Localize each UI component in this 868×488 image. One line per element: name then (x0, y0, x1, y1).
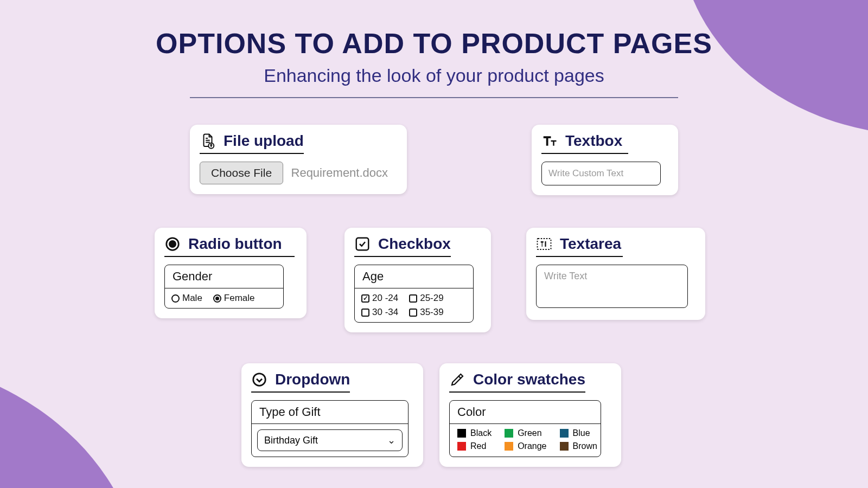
radio-label: Male (182, 293, 202, 304)
checkbox-indicator (409, 294, 417, 303)
dropdown-selected-label: Birthday Gift (264, 435, 318, 446)
radio-icon (164, 236, 181, 252)
checkbox-option[interactable]: 35-39 (409, 307, 443, 318)
checkbox-option[interactable]: 25-29 (409, 293, 443, 304)
swatch-label: Brown (573, 441, 597, 451)
textbox-card: Textbox (532, 125, 678, 195)
radio-indicator (213, 294, 221, 303)
text-type-icon (541, 133, 558, 149)
swatch-square (560, 429, 569, 438)
swatch-label: Black (470, 428, 492, 438)
card-head: Textarea (536, 235, 623, 257)
textarea-icon (536, 236, 552, 252)
radio-button-card: Radio button Gender MaleFemale (155, 228, 307, 318)
checkbox-indicator (361, 294, 369, 303)
color-swatch[interactable]: Brown (560, 441, 597, 451)
color-group-title: Color (450, 401, 601, 424)
card-title: Color swatches (473, 371, 585, 388)
svg-rect-3 (356, 238, 369, 251)
card-title: Textarea (560, 235, 621, 253)
radio-group-title: Gender (165, 265, 283, 288)
dropdown-chevron-icon (251, 371, 267, 388)
swatch-label: Green (518, 428, 541, 438)
page-title: OPTIONS TO ADD TO PRODUCT PAGES (0, 27, 868, 60)
color-swatch[interactable]: Blue (560, 428, 597, 438)
textarea-input[interactable] (536, 265, 688, 308)
swatch-square (560, 442, 569, 451)
radio-panel: Gender MaleFemale (164, 265, 284, 309)
checkbox-label: 30 -34 (372, 307, 398, 318)
card-head: File upload (200, 132, 304, 154)
checkbox-options: 20 -2425-2930 -3435-39 (355, 288, 473, 322)
chevron-down-icon: ⌄ (387, 434, 395, 446)
page: OPTIONS TO ADD TO PRODUCT PAGES Enhancin… (0, 0, 868, 488)
checkbox-label: 35-39 (420, 307, 443, 318)
card-title: Textbox (565, 132, 622, 150)
checkbox-indicator (361, 309, 369, 317)
card-title: File upload (224, 132, 304, 150)
card-head: Radio button (164, 235, 295, 257)
file-upload-icon (200, 133, 216, 149)
svg-point-2 (169, 241, 175, 247)
dropdown-card: Dropdown Type of Gift Birthday Gift ⌄ (241, 363, 423, 467)
page-subtitle: Enhancing the look of your product pages (0, 65, 868, 86)
checkbox-panel: Age 20 -2425-2930 -3435-39 (354, 265, 474, 323)
checkbox-indicator (409, 309, 417, 317)
swatch-label: Orange (518, 441, 546, 451)
card-head: Dropdown (251, 371, 350, 393)
checkbox-label: 20 -24 (372, 293, 398, 304)
color-swatch[interactable]: Black (457, 428, 492, 438)
checkbox-label: 25-29 (420, 293, 443, 304)
radio-options: MaleFemale (165, 288, 283, 308)
card-head: Textbox (541, 132, 628, 154)
dropdown-select[interactable]: Birthday Gift ⌄ (257, 429, 403, 451)
choose-file-button[interactable]: Choose File (200, 162, 283, 184)
swatch-label: Blue (573, 428, 590, 438)
color-swatch[interactable]: Orange (505, 441, 546, 451)
header-divider (190, 97, 678, 98)
checkbox-icon (354, 236, 371, 252)
selected-file-name: Requirement.docx (291, 166, 388, 179)
swatch-square (457, 429, 466, 438)
dropdown-group-title: Type of Gift (252, 401, 408, 424)
page-header: OPTIONS TO ADD TO PRODUCT PAGES Enhancin… (0, 0, 868, 98)
card-head: Color swatches (449, 371, 585, 393)
checkbox-card: Checkbox Age 20 -2425-2930 -3435-39 (344, 228, 491, 332)
radio-option[interactable]: Female (213, 293, 255, 304)
swatch-label: Red (470, 441, 486, 451)
svg-rect-4 (538, 239, 551, 249)
textarea-card: Textarea (526, 228, 705, 320)
card-title: Checkbox (378, 235, 451, 253)
card-head: Checkbox (354, 235, 451, 257)
swatch-square (457, 442, 466, 451)
checkbox-option[interactable]: 30 -34 (361, 307, 398, 318)
custom-text-input[interactable] (541, 162, 661, 185)
swatch-square (505, 442, 513, 451)
file-upload-card: File upload Choose File Requirement.docx (190, 125, 407, 194)
swatch-square (505, 429, 513, 438)
radio-label: Female (224, 293, 255, 304)
color-swatches-card: Color swatches Color BlackGreenBlueRedOr… (439, 363, 621, 467)
checkbox-group-title: Age (355, 265, 473, 288)
radio-option[interactable]: Male (171, 293, 202, 304)
eyedropper-icon (449, 371, 465, 388)
radio-indicator (171, 294, 180, 303)
card-title: Dropdown (275, 371, 350, 388)
card-title: Radio button (188, 235, 282, 253)
color-swatch[interactable]: Green (505, 428, 546, 438)
color-panel: Color BlackGreenBlueRedOrangeBrown (449, 400, 601, 457)
swatch-list: BlackGreenBlueRedOrangeBrown (450, 424, 601, 457)
dropdown-panel: Type of Gift Birthday Gift ⌄ (251, 400, 409, 457)
svg-point-5 (253, 374, 266, 386)
color-swatch[interactable]: Red (457, 441, 492, 451)
checkbox-option[interactable]: 20 -24 (361, 293, 398, 304)
